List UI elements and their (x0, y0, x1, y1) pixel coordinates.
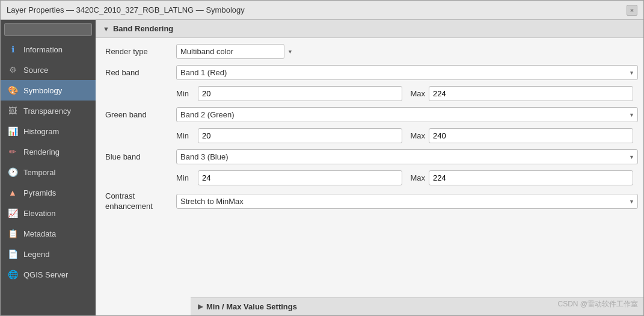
form-area: Render type Multiband color Singleband g… (96, 38, 643, 224)
title-bar: Layer Properties — 3420C_2010_327_RGB_LA… (1, 1, 643, 20)
blue-band-minmax-row: Min Max (176, 170, 638, 185)
band-rendering-arrow: ▼ (103, 25, 109, 33)
green-band-label: Green band (105, 110, 171, 119)
sidebar-item-temporal[interactable]: 🕐 Temporal (1, 162, 96, 182)
green-band-select-wrapper: Band 2 (Green) (176, 107, 638, 122)
green-band-select[interactable]: Band 2 (Green) (176, 107, 638, 122)
layer-properties-window: Layer Properties — 3420C_2010_327_RGB_LA… (0, 0, 644, 316)
red-band-max-label: Max (406, 89, 425, 98)
min-max-arrow: ▶ (198, 303, 203, 311)
sidebar-label-elevation: Elevation (23, 209, 55, 218)
contrast-label: Contrastenhancement (105, 191, 171, 212)
histogram-icon: 📊 (7, 125, 19, 137)
red-band-label: Red band (105, 68, 171, 77)
pyramids-icon: ▲ (7, 187, 19, 199)
symbology-icon: 🎨 (7, 84, 19, 96)
sidebar-item-legend[interactable]: 📄 Legend (1, 244, 96, 264)
red-band-select-wrapper: Band 1 (Red) (176, 65, 638, 80)
render-type-row: Render type Multiband color Singleband g… (105, 44, 638, 59)
sidebar-label-information: Information (23, 45, 63, 54)
sidebar-label-qgis-server: QGIS Server (23, 270, 68, 279)
red-band-row: Red band Band 1 (Red) (105, 65, 638, 80)
green-band-row: Green band Band 2 (Green) (105, 107, 638, 122)
red-band-max-input[interactable]: 224 (429, 86, 633, 101)
sidebar-item-metadata[interactable]: 📋 Metadata (1, 223, 96, 244)
contrast-select[interactable]: Stretch to MinMax Stretch and Clip to Mi… (176, 194, 638, 209)
sidebar-item-rendering[interactable]: ✏ Rendering (1, 141, 96, 162)
sidebar-label-symbology: Symbology (23, 86, 62, 95)
render-type-select-wrapper: Multiband color Singleband gray Singleba… (176, 44, 296, 59)
blue-band-select-wrapper: Band 3 (Blue) (176, 149, 638, 164)
metadata-icon: 📋 (7, 228, 19, 240)
band-rendering-title: Band Rendering (113, 24, 173, 33)
contrast-row: Contrastenhancement Stretch to MinMax St… (105, 191, 638, 212)
content-wrapper: ▼ Band Rendering Render type Multiband c… (96, 20, 643, 315)
red-band-min-label: Min (176, 89, 194, 98)
sidebar-label-temporal: Temporal (23, 168, 55, 177)
blue-band-min-label: Min (176, 173, 194, 182)
min-max-section-title: Min / Max Value Settings (206, 302, 297, 311)
blue-band-min-input[interactable] (198, 170, 402, 185)
render-type-select[interactable]: Multiband color Singleband gray Singleba… (176, 44, 284, 59)
sidebar-label-pyramids: Pyramids (23, 188, 56, 197)
green-band-min-label: Min (176, 131, 194, 140)
sidebar-item-information[interactable]: ℹ Information (1, 39, 96, 60)
sidebar-item-transparency[interactable]: 🖼 Transparency (1, 101, 96, 121)
sidebar-label-legend: Legend (23, 250, 49, 259)
red-band-minmax-row: Min 20 Max 224 (176, 86, 638, 101)
sidebar-item-symbology[interactable]: 🎨 Symbology (1, 80, 96, 101)
blue-band-label: Blue band (105, 152, 171, 161)
sidebar-item-histogram[interactable]: 📊 Histogram (1, 121, 96, 141)
elevation-icon: 📈 (7, 207, 19, 219)
source-icon: ⚙ (7, 64, 19, 76)
qgis-server-icon: 🌐 (7, 268, 19, 280)
main-area: ℹ Information ⚙ Source 🎨 Symbology 🖼 Tra… (1, 20, 643, 315)
window-title: Layer Properties — 3420C_2010_327_RGB_LA… (7, 5, 245, 14)
blue-band-row: Blue band Band 3 (Blue) (105, 149, 638, 164)
search-box (1, 20, 96, 39)
band-rendering-header: ▼ Band Rendering (96, 20, 643, 38)
red-band-min-input[interactable]: 20 (198, 86, 402, 101)
sidebar-label-transparency: Transparency (23, 107, 71, 116)
sidebar-item-pyramids[interactable]: ▲ Pyramids (1, 182, 96, 203)
green-band-max-label: Max (406, 131, 425, 140)
close-button[interactable]: × (627, 5, 637, 16)
render-type-label: Render type (105, 47, 171, 56)
temporal-icon: 🕐 (7, 166, 19, 178)
green-band-max-input[interactable] (429, 128, 633, 143)
sidebar: ℹ Information ⚙ Source 🎨 Symbology 🖼 Tra… (1, 20, 96, 315)
sidebar-item-qgis-server[interactable]: 🌐 QGIS Server (1, 264, 96, 285)
transparency-icon: 🖼 (7, 105, 19, 117)
green-band-min-input[interactable] (198, 128, 402, 143)
sidebar-item-elevation[interactable]: 📈 Elevation (1, 203, 96, 223)
blue-band-max-input[interactable] (429, 170, 633, 185)
legend-icon: 📄 (7, 248, 19, 260)
sidebar-label-rendering: Rendering (23, 147, 60, 156)
rendering-icon: ✏ (7, 146, 19, 158)
green-band-minmax-row: Min Max (176, 128, 638, 143)
information-icon: ℹ (7, 43, 19, 55)
blue-band-select[interactable]: Band 3 (Blue) (176, 149, 638, 164)
contrast-select-wrapper: Stretch to MinMax Stretch and Clip to Mi… (176, 194, 638, 209)
sidebar-item-source[interactable]: ⚙ Source (1, 60, 96, 80)
sidebar-label-metadata: Metadata (23, 229, 56, 238)
content-area: ▼ Band Rendering Render type Multiband c… (96, 20, 643, 315)
blue-band-max-label: Max (406, 173, 425, 182)
spacer (96, 224, 643, 272)
red-band-select[interactable]: Band 1 (Red) (176, 65, 638, 80)
watermark: CSDN @雷动软件工作室 (557, 299, 638, 309)
sidebar-label-histogram: Histogram (23, 127, 59, 136)
search-input[interactable] (4, 23, 92, 36)
sidebar-label-source: Source (23, 66, 48, 75)
